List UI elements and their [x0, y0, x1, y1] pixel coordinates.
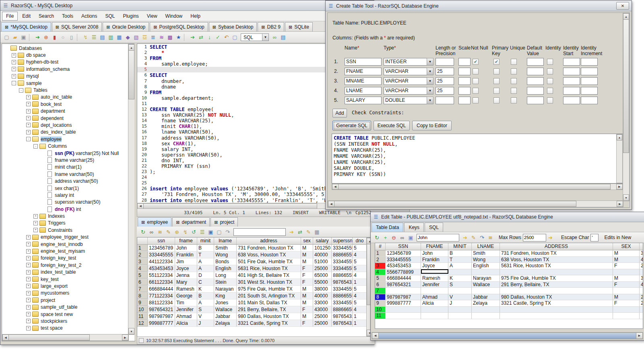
sort-icon[interactable]: ≣	[149, 34, 157, 40]
close-tab-icon[interactable]: ⊠	[289, 25, 292, 30]
cell[interactable]: 888665555	[332, 272, 353, 279]
close-tab-icon[interactable]: ⊠	[261, 25, 265, 30]
tree-item[interactable]: +des_index_table	[3, 129, 128, 136]
edit-connection-icon[interactable]: ○	[59, 34, 67, 40]
tree-item[interactable]: +index_test_table	[3, 269, 128, 276]
cell[interactable]: 731 Fondren, Houston TX	[237, 245, 301, 251]
new-connection-icon[interactable]: ⊕	[42, 34, 50, 40]
view-columns-icon[interactable]: ∞	[148, 229, 155, 235]
cell[interactable]: Ahmad	[421, 294, 448, 301]
row-number-cell[interactable]: 12	[137, 320, 148, 326]
cell[interactable]: Tim	[175, 299, 197, 306]
column-type-dropdown[interactable]: INTEGER▼	[384, 58, 427, 66]
menu-edit[interactable]: Edit	[19, 12, 34, 20]
scale-input[interactable]	[458, 87, 471, 95]
cell[interactable]	[386, 288, 421, 294]
cell[interactable]	[472, 313, 500, 319]
tree-item[interactable]: lname varchar(50)	[3, 171, 128, 178]
filter-icon[interactable]: ≋	[156, 229, 164, 235]
default-value-input[interactable]	[527, 77, 544, 85]
cell[interactable]: Bonds	[214, 258, 237, 265]
connection-tab-2[interactable]: ⊠SQL Server 2008	[52, 22, 102, 31]
collapse-icon[interactable]: -	[12, 81, 16, 85]
cell[interactable]	[640, 307, 643, 313]
cell[interactable]: 3	[640, 250, 643, 257]
row-number-cell[interactable]: 11	[137, 313, 148, 320]
tree-item[interactable]: +information_schema	[3, 66, 128, 72]
tree-item[interactable]: -Columns	[3, 142, 128, 149]
tree-item[interactable]: +auto_inc_table	[3, 94, 128, 101]
menu-window[interactable]: Window	[162, 12, 186, 20]
length-input[interactable]	[436, 58, 454, 66]
window-icon[interactable]: ▣	[207, 229, 215, 235]
insert-row-icon[interactable]: ⊕	[173, 229, 181, 235]
tree-item[interactable]: +large_export	[3, 283, 128, 289]
cell[interactable]: 201 South St, Arlington TX	[237, 293, 301, 299]
tree-item[interactable]: +test space	[3, 325, 128, 332]
cell[interactable]: T	[197, 252, 214, 258]
execute-all-icon[interactable]: ⇄	[197, 34, 205, 40]
cell[interactable]: D	[197, 272, 214, 279]
row-number-cell[interactable]: 1	[375, 250, 386, 257]
cell[interactable]: T	[448, 257, 472, 263]
focused-cell[interactable]	[421, 269, 448, 274]
close-tab-icon[interactable]: ⊠	[214, 220, 218, 225]
favorites-icon[interactable]: ★	[175, 34, 182, 40]
cell[interactable]: 333445555	[386, 257, 421, 263]
tree-item[interactable]: +stockpickers	[3, 318, 128, 324]
cell[interactable]: 987654321	[332, 279, 353, 285]
expand-icon[interactable]: +	[26, 326, 31, 330]
column-header-lname[interactable]: lname	[214, 237, 237, 244]
unique-checkbox[interactable]	[511, 59, 517, 65]
expand-icon[interactable]: +	[33, 221, 38, 225]
cell[interactable]: F	[301, 265, 313, 272]
results-tab-project[interactable]: ⊠project	[211, 217, 238, 227]
primary-key-checkbox[interactable]	[493, 97, 500, 103]
chevron-down-icon[interactable]: ▼	[427, 77, 433, 85]
create-table-icon[interactable]: ▩	[166, 34, 174, 40]
cell[interactable]: Mary	[175, 279, 197, 285]
tree-item[interactable]: +foreign_key_test	[3, 255, 128, 262]
row-number-cell[interactable]: 6	[375, 282, 386, 288]
cell[interactable]	[472, 269, 500, 276]
expand-icon[interactable]: +	[26, 305, 31, 310]
cell[interactable]: 3	[640, 275, 643, 282]
row-number-cell[interactable]: 11	[375, 313, 386, 319]
identity-checkbox[interactable]	[547, 68, 553, 74]
cell[interactable]: 987987987	[386, 294, 421, 301]
scale-input[interactable]	[458, 68, 471, 75]
rollback-icon[interactable]: ↺	[190, 229, 198, 235]
table-row[interactable]: 7	[375, 288, 643, 294]
identity-increment-input[interactable]	[581, 97, 598, 104]
tree-item[interactable]: +sample_utf_table	[3, 303, 128, 310]
search-icon[interactable]: ∞	[271, 34, 279, 40]
expand-icon[interactable]: +	[26, 130, 31, 134]
cell[interactable]: 291 Berry, Bellaire, TX	[500, 282, 613, 288]
cell[interactable]	[640, 269, 643, 276]
row-number-header[interactable]	[640, 243, 643, 250]
row-number-cell[interactable]: 7	[375, 288, 386, 294]
connection-tab-4[interactable]: ⊠PostgreSQL Desktop	[150, 22, 208, 31]
save-icon[interactable]: ▣	[407, 235, 415, 241]
key-lookup-icon[interactable]: ↯	[182, 229, 189, 235]
table-row[interactable]: 5666884444RameshKNarayan975 Fire Oak, Hu…	[375, 275, 643, 282]
tree-item[interactable]: +department	[3, 108, 128, 115]
cell[interactable]	[613, 307, 640, 313]
cell[interactable]	[421, 288, 448, 294]
cell[interactable]	[386, 307, 421, 313]
cell[interactable]	[500, 288, 613, 294]
cell[interactable]: V	[448, 294, 472, 301]
fetch-all-icon[interactable]: ↓	[206, 34, 213, 40]
expand-icon[interactable]: +	[12, 67, 16, 71]
table-row[interactable]: 45566778899	[375, 269, 643, 276]
column-header-sex[interactable]: SEX	[613, 243, 640, 250]
table-row[interactable]: 9881122334TimAJones101 Main St, Dallas T…	[137, 299, 373, 306]
cell[interactable]: 975 Fire Oak, Humble TX	[237, 286, 301, 292]
menu-plugins[interactable]: Plugins	[119, 12, 142, 20]
close-tab-icon[interactable]: ⊠	[153, 25, 157, 30]
table-row[interactable]: 2333445555FranklinTWong638 Voss, Houston…	[375, 257, 643, 263]
cell[interactable]: 888665555	[332, 293, 353, 299]
expand-icon[interactable]: +	[26, 263, 31, 267]
cell[interactable]	[448, 288, 472, 294]
identity-start-input[interactable]	[563, 77, 580, 85]
